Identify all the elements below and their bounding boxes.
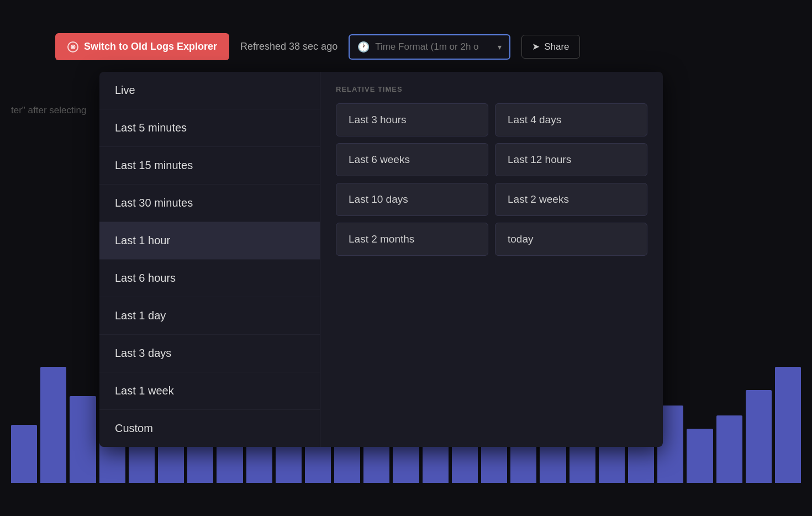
time-dropdown: LiveLast 5 minutesLast 15 minutesLast 30… bbox=[99, 72, 663, 447]
chevron-down-icon: ▾ bbox=[498, 43, 502, 51]
time-format-input[interactable] bbox=[375, 41, 492, 52]
dropdown-item[interactable]: Last 3 days bbox=[99, 335, 320, 372]
dropdown-item[interactable]: Last 30 minutes bbox=[99, 185, 320, 222]
chart-bar bbox=[775, 367, 801, 483]
dropdown-item[interactable]: Last 6 hours bbox=[99, 260, 320, 297]
dropdown-right-panel: RELATIVE TIMES Last 3 hoursLast 4 daysLa… bbox=[320, 72, 663, 447]
relative-times-label: RELATIVE TIMES bbox=[336, 85, 647, 93]
dropdown-item[interactable]: Last 1 week bbox=[99, 372, 320, 410]
clock-icon: 🕐 bbox=[357, 41, 370, 53]
dropdown-item[interactable]: Custom bbox=[99, 410, 320, 447]
switch-to-old-logs-button[interactable]: ⊗ Switch to Old Logs Explorer bbox=[55, 33, 229, 60]
time-format-container: 🕐 ▾ bbox=[349, 34, 510, 60]
toolbar: ⊗ Switch to Old Logs Explorer Refreshed … bbox=[55, 33, 801, 60]
time-chip[interactable]: Last 6 weeks bbox=[336, 143, 488, 176]
switch-icon: ⊗ bbox=[67, 41, 78, 52]
dropdown-item[interactable]: Last 1 day bbox=[99, 297, 320, 335]
chart-bar bbox=[687, 429, 713, 483]
time-chips-grid: Last 3 hoursLast 4 daysLast 6 weeksLast … bbox=[336, 103, 647, 256]
time-chip[interactable]: Last 2 months bbox=[336, 223, 488, 256]
dropdown-item[interactable]: Last 1 hour bbox=[99, 222, 320, 260]
time-chip[interactable]: Last 3 hours bbox=[336, 103, 488, 136]
chart-bar bbox=[11, 425, 37, 483]
time-chip[interactable]: today bbox=[495, 223, 647, 256]
chart-bar bbox=[70, 396, 96, 483]
hint-text: ter" after selecting bbox=[0, 99, 97, 122]
chart-bar bbox=[716, 415, 742, 483]
time-chip[interactable]: Last 4 days bbox=[495, 103, 647, 136]
time-chip[interactable]: Last 12 hours bbox=[495, 143, 647, 176]
chart-bar bbox=[40, 367, 66, 483]
time-chip[interactable]: Last 10 days bbox=[336, 183, 488, 216]
chart-bar bbox=[746, 390, 772, 483]
refresh-status: Refreshed 38 sec ago bbox=[240, 41, 338, 52]
dropdown-item[interactable]: Live bbox=[99, 72, 320, 109]
share-icon: ➤ bbox=[532, 41, 540, 52]
dropdown-left-panel: LiveLast 5 minutesLast 15 minutesLast 30… bbox=[99, 72, 320, 447]
share-button[interactable]: ➤ Share bbox=[521, 35, 579, 59]
dropdown-item[interactable]: Last 5 minutes bbox=[99, 109, 320, 147]
share-label: Share bbox=[544, 41, 569, 52]
dropdown-item[interactable]: Last 15 minutes bbox=[99, 147, 320, 185]
time-chip[interactable]: Last 2 weeks bbox=[495, 183, 647, 216]
switch-button-label: Switch to Old Logs Explorer bbox=[84, 41, 217, 52]
